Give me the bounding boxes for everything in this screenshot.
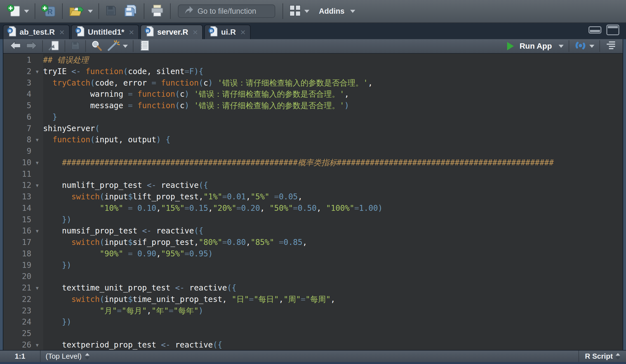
scope-selector[interactable]: (Top Level) bbox=[41, 352, 90, 361]
fold-spacer bbox=[31, 55, 43, 66]
print-button[interactable] bbox=[147, 2, 167, 20]
toolbar-separator bbox=[283, 3, 283, 19]
close-icon[interactable]: × bbox=[240, 28, 246, 37]
code-line[interactable]: "10%" = 0.10,"15%"=0.15,"20%"=0.20, "50%… bbox=[43, 203, 623, 214]
line-number: 18 bbox=[3, 248, 31, 260]
editor-tab[interactable]: RUntitled1*× bbox=[71, 25, 139, 39]
reload-app-button[interactable] bbox=[572, 40, 597, 52]
open-file-button[interactable] bbox=[65, 2, 96, 20]
close-icon[interactable]: × bbox=[59, 28, 65, 37]
code-line[interactable]: tryIE <- function(code, silent=F){ bbox=[43, 66, 623, 77]
close-icon[interactable]: × bbox=[129, 28, 134, 37]
editor-tab[interactable]: Rui.R× bbox=[204, 25, 251, 39]
addins-button[interactable]: Addins bbox=[312, 2, 358, 20]
fold-arrow-icon[interactable]: ▾ bbox=[31, 339, 43, 350]
code-line[interactable]: }) bbox=[43, 316, 623, 328]
fold-spacer bbox=[31, 237, 43, 248]
fold-arrow-icon[interactable]: ▾ bbox=[31, 66, 43, 77]
code-line[interactable]: "90%" = 0.90,"95%"=0.95) bbox=[43, 248, 623, 260]
svg-text:R: R bbox=[77, 29, 79, 33]
fold-arrow-icon[interactable]: ▾ bbox=[31, 282, 43, 294]
line-number: 9 bbox=[3, 146, 31, 157]
new-file-icon bbox=[7, 4, 21, 18]
fold-arrow-icon[interactable]: ▾ bbox=[31, 157, 43, 169]
code-line[interactable]: message = function(c) '错误：请仔细检查输入的参数是否合理… bbox=[43, 100, 623, 112]
fold-arrow-icon[interactable]: ▾ bbox=[31, 180, 43, 191]
line-number: 14 bbox=[3, 203, 31, 214]
new-project-button[interactable]: R bbox=[38, 2, 59, 20]
code-line[interactable]: } bbox=[43, 112, 623, 123]
editor-tab[interactable]: Rserver.R× bbox=[140, 25, 203, 39]
goto-file-function-box[interactable]: Go to file/function bbox=[178, 4, 275, 18]
line-number: 3 bbox=[3, 77, 31, 89]
code-line[interactable]: numlift_prop_test <- reactive({ bbox=[43, 180, 623, 191]
fold-spacer bbox=[31, 89, 43, 100]
close-icon[interactable]: × bbox=[193, 28, 198, 37]
maximize-pane-icon[interactable] bbox=[606, 25, 619, 35]
code-line[interactable] bbox=[43, 328, 623, 339]
code-line[interactable]: "月"="每月","年"="每年") bbox=[43, 305, 623, 317]
forward-button[interactable] bbox=[23, 41, 40, 51]
minimize-pane-icon[interactable] bbox=[589, 26, 601, 34]
open-folder-icon bbox=[68, 4, 85, 18]
code-line[interactable]: ## 错误处理 bbox=[43, 55, 623, 66]
document-outline-button[interactable] bbox=[603, 41, 619, 52]
fold-spacer bbox=[31, 305, 43, 317]
code-line[interactable]: shinyServer( bbox=[43, 123, 623, 134]
magic-wand-icon bbox=[107, 40, 120, 52]
code-line[interactable]: function(input, output) { bbox=[43, 134, 623, 146]
code-line[interactable]: switch(input$lift_prop_test,"1%"=0.01,"5… bbox=[43, 191, 623, 203]
new-file-button[interactable] bbox=[4, 2, 32, 20]
save-icon bbox=[105, 4, 117, 18]
chevron-down-icon bbox=[350, 10, 355, 13]
save-button-editor[interactable] bbox=[68, 40, 83, 52]
fold-spacer bbox=[31, 123, 43, 134]
code-line[interactable] bbox=[43, 271, 623, 282]
show-in-new-window-button[interactable] bbox=[45, 40, 62, 52]
line-number: 13 bbox=[3, 191, 31, 203]
reload-sync-icon bbox=[574, 40, 587, 52]
r-file-icon: R bbox=[208, 25, 218, 39]
tab-bar: Rab_test.R×RUntitled1*×Rserver.R×Rui.R× bbox=[0, 23, 626, 39]
fold-arrow-icon[interactable]: ▾ bbox=[31, 225, 43, 237]
chevron-down-icon bbox=[304, 10, 309, 13]
file-type-selector[interactable]: R Script bbox=[578, 351, 626, 362]
code-line[interactable]: texttime_unit_prop_test <- reactive({ bbox=[43, 282, 623, 294]
code-line[interactable]: textperiod_prop_test <- reactive({ bbox=[43, 339, 623, 350]
code-line[interactable]: numsif_prop_test <- reactive({ bbox=[43, 225, 623, 237]
code-line[interactable] bbox=[43, 146, 623, 157]
find-replace-button[interactable] bbox=[88, 40, 105, 52]
code-tools-button[interactable] bbox=[105, 40, 130, 52]
editor-tab[interactable]: Rab_test.R× bbox=[3, 25, 70, 39]
editor-toolbar: Run App bbox=[3, 39, 623, 54]
line-number: 21 bbox=[3, 282, 31, 294]
toolbar-separator bbox=[65, 40, 65, 52]
code-line[interactable]: }) bbox=[43, 214, 623, 226]
cursor-position: 1:1 bbox=[0, 351, 41, 362]
r-file-icon: R bbox=[144, 25, 154, 39]
panes-layout-button[interactable] bbox=[286, 2, 312, 20]
run-app-button[interactable]: Run App bbox=[505, 42, 566, 51]
code-line[interactable]: switch(input$time_unit_prop_test, "日"="每… bbox=[43, 294, 623, 305]
code-line[interactable]: switch(input$sif_prop_test,"80%"=0.80,"8… bbox=[43, 237, 623, 248]
save-all-button[interactable] bbox=[120, 2, 141, 20]
fold-arrow-icon[interactable]: ▾ bbox=[31, 134, 43, 146]
code-line[interactable] bbox=[43, 169, 623, 180]
play-icon bbox=[507, 42, 514, 50]
svg-text:R: R bbox=[210, 29, 213, 33]
code-lines[interactable]: ## 错误处理tryIE <- function(code, silent=F)… bbox=[43, 54, 623, 350]
compile-notebook-button[interactable] bbox=[136, 40, 152, 52]
code-line[interactable]: }) bbox=[43, 260, 623, 271]
back-button[interactable] bbox=[7, 41, 23, 51]
code-line[interactable]: tryCatch(code, error = function(c) '错误：请… bbox=[43, 77, 623, 89]
toolbar-separator bbox=[62, 3, 63, 19]
toolbar-separator bbox=[144, 3, 144, 19]
main-toolbar: R bbox=[0, 0, 626, 23]
code-editor[interactable]: 12▾345678▾910▾1112▾13141516▾1718192021▾2… bbox=[3, 54, 623, 350]
save-button[interactable] bbox=[102, 2, 120, 20]
toolbar-separator bbox=[85, 40, 86, 52]
line-number: 4 bbox=[3, 89, 31, 100]
code-line[interactable]: warning = function(c) '错误：请仔细检查输入的参数是否合理… bbox=[43, 89, 623, 100]
fold-spacer bbox=[31, 146, 43, 157]
code-line[interactable]: ########################################… bbox=[43, 157, 623, 169]
